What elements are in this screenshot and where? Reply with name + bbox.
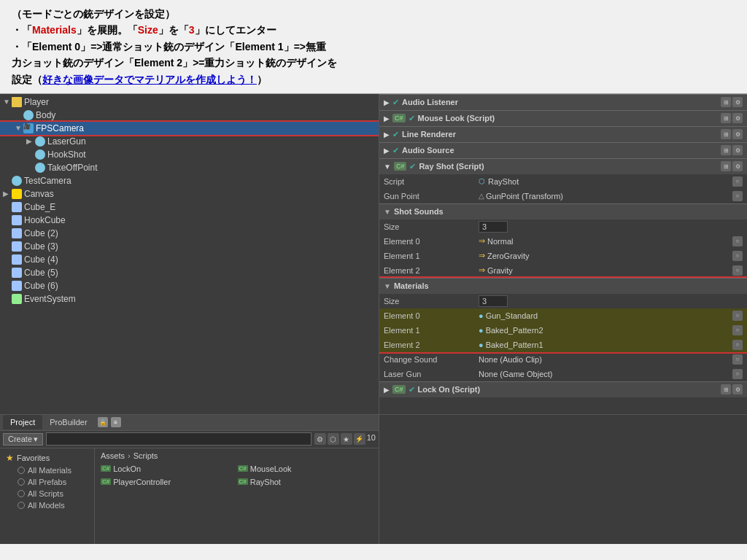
all-prefabs[interactable]: All Prefabs [0,476,94,488]
comp-icon2a[interactable]: ⊞ [721,113,731,123]
all-scripts-label: All Scripts [28,489,63,498]
mat-el1-icon: ● [479,326,484,335]
create-button[interactable]: Create ▾ [3,433,43,446]
comp-mouse-look[interactable]: ▶ C# ✔ Mouse Look (Script) ⊞ ⚙ [379,110,747,126]
hierarchy-item-hookcube[interactable]: HookCube [0,214,379,227]
row-mat-element2: Element 2 ● Baked_Pattern1 ○ [379,338,747,352]
comp-check3[interactable]: ✔ [392,130,399,139]
hierarchy-item-fpscamera[interactable]: ▼ 🎥 FPSCamera [0,122,379,135]
materials-title: Materials [394,281,429,290]
breadcrumb-arrow: › [128,451,131,460]
materials-header[interactable]: ▼ Materials [379,278,747,294]
hierarchy-item-cube5[interactable]: Cube (5) [0,266,379,279]
comp-icon5b[interactable]: ⚙ [732,161,743,171]
comp-icon-lockon-b[interactable]: ⚙ [732,384,743,394]
cs-tag-player: C# [101,478,111,485]
script-item-rayshot[interactable]: C# RayShot [238,476,374,488]
obj-icon-lasergun [35,136,45,147]
favorites-star: ★ [6,453,14,463]
comp-audio-source[interactable]: ▶ ✔ Audio Source ⊞ ⚙ [379,142,747,158]
all-models[interactable]: All Models [0,499,94,511]
search-filter3[interactable]: ★ [341,433,352,445]
all-scripts[interactable]: All Scripts [0,488,94,499]
project-left: ★ Favorites All Materials All Prefabs Al… [0,448,95,544]
favorites-folder[interactable]: ★ Favorites [0,451,94,464]
hierarchy-item-canvas[interactable]: ▶ Canvas [0,187,379,201]
mat-el1-btn[interactable]: ○ [732,325,743,335]
comp-icon4b[interactable]: ⚙ [732,145,743,155]
script-list: C# LockOn C# MouseLook C# PlayerControll… [101,463,373,488]
gun-point-row-icon[interactable]: ○ [732,191,743,201]
row-mat-element1: Element 1 ● Baked_Pattern2 ○ [379,323,747,338]
hierarchy-item-cube6[interactable]: Cube (6) [0,279,379,292]
arrow-fpscamera: ▼ [15,124,23,132]
script-item-mouselook[interactable]: C# MouseLook [238,463,374,475]
hierarchy-item-testcamera[interactable]: TestCamera [0,174,379,187]
hierarchy-item-cube2[interactable]: Cube (2) [0,227,379,240]
script-playercontroller-label: PlayerController [113,478,171,486]
mat-element2-label: Element 2 [384,341,479,349]
comp-icon3b[interactable]: ⚙ [732,129,743,139]
comp-lock-on[interactable]: ▶ C# ✔ Lock On (Script) ⊞ ⚙ [379,381,747,397]
inspector-bottom [379,415,747,544]
comp-label-audio-source: Audio Source [402,146,721,155]
comp-check-lockon[interactable]: ✔ [409,385,415,394]
label-testcamera: TestCamera [24,176,71,186]
hierarchy-item-cube4[interactable]: Cube (4) [0,253,379,266]
el0-icon[interactable]: ○ [732,236,743,246]
el1-icon[interactable]: ○ [732,251,743,261]
tab-project[interactable]: Project [3,415,42,429]
comp-check1[interactable]: ✔ [392,98,399,107]
comp-arrow-lockon: ▶ [384,386,390,394]
label-cube6: Cube (6) [24,281,58,291]
hierarchy-item-eventsystem[interactable]: EventSystem [0,292,379,306]
comp-icon2b[interactable]: ⚙ [732,113,743,123]
search-input[interactable] [46,432,311,446]
csharp-tag-lockon: C# [392,385,406,394]
laser-gun-label: Laser Gun [384,370,479,378]
comp-check2[interactable]: ✔ [409,114,415,123]
laser-gun-btn[interactable]: ○ [732,369,743,379]
panel-menu-icon[interactable]: ≡ [111,417,121,427]
hierarchy-item-hookshot[interactable]: HookShot [0,148,379,161]
hierarchy-item-takeoffpoint[interactable]: TakeOffPoint [0,161,379,174]
comp-icon-lockon-a[interactable]: ⊞ [721,384,731,394]
comp-line-renderer[interactable]: ▶ ✔ Line Renderer ⊞ ⚙ [379,126,747,142]
search-icon-group: ⚙ ⬡ ★ ⚡ 10 [314,433,376,445]
comp-check4[interactable]: ✔ [392,146,399,155]
hierarchy-item-lasergun[interactable]: ▶ LaserGun [0,135,379,148]
comp-icon4a[interactable]: ⊞ [721,145,731,155]
comp-check5[interactable]: ✔ [409,162,416,171]
mat-el0-icon: ● [479,311,484,320]
line2: ・「Materials」を展開。「Size」を「3」にしてエンター [12,22,735,38]
comp-icon3a[interactable]: ⊞ [721,129,731,139]
el2-icon[interactable]: ○ [732,265,743,276]
arrow-canvas: ▶ [3,190,12,198]
script-item-lockon[interactable]: C# LockOn [101,463,236,475]
comp-audio-listener[interactable]: ▶ ✔ Audio Listener ⊞ ⚙ [379,94,747,110]
hierarchy-item-cube-e[interactable]: Cube_E [0,201,379,214]
panel-lock-icon[interactable]: 🔒 [98,417,108,427]
mat-el2-btn[interactable]: ○ [732,340,743,350]
all-materials[interactable]: All Materials [0,464,94,476]
comp-icon1a[interactable]: ⊞ [721,97,731,107]
element2-value: ⇒ Gravity [479,265,732,275]
search-filter2[interactable]: ⬡ [328,433,339,445]
gun-point-icon: △ [479,192,484,200]
comp-icon5a[interactable]: ⊞ [721,161,731,171]
script-row-icon[interactable]: ○ [732,176,743,187]
comp-icon1b[interactable]: ⚙ [732,97,743,107]
comp-ray-shot[interactable]: ▼ C# ✔ Ray Shot (Script) ⊞ ⚙ [379,158,747,174]
folder-icon-player [12,97,22,107]
search-filter1[interactable]: ⚙ [314,433,326,445]
tab-probuilder[interactable]: ProBuilder [42,415,94,429]
hierarchy-item-body[interactable]: Body [0,109,379,122]
shot-sounds-header[interactable]: ▼ Shot Sounds [379,203,747,219]
hierarchy-item-cube3[interactable]: Cube (3) [0,240,379,253]
cs-tag-lockon: C# [101,465,111,472]
comp-label-mouse-look: Mouse Look (Script) [418,114,721,122]
change-sound-btn[interactable]: ○ [732,354,743,365]
hierarchy-item-player[interactable]: ▼ Player [0,96,379,109]
script-item-playercontroller[interactable]: C# PlayerController [101,476,236,488]
mat-el0-btn[interactable]: ○ [732,311,743,321]
